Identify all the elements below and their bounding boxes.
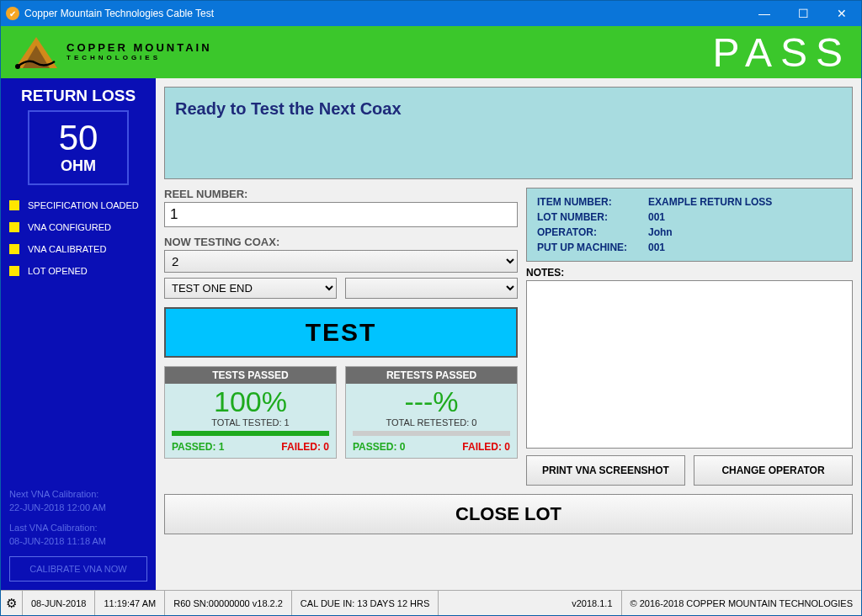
status-indicator-icon	[9, 222, 19, 232]
statusbar: ⚙ 08-JUN-2018 11:19:47 AM R60 SN:0000000…	[1, 590, 861, 615]
notes-input[interactable]	[526, 280, 853, 449]
status-item: LOT OPENED	[9, 266, 147, 276]
sidebar: RETURN LOSS 50 OHM SPECIFICATION LOADED …	[1, 78, 156, 590]
gear-icon: ⚙	[6, 596, 17, 611]
window-title: Copper Mountain Technologies Cable Test	[24, 8, 745, 19]
brand-logo: COPPER MOUNTAIN TECHNOLOGIES	[11, 33, 212, 72]
status-indicator-icon	[9, 200, 19, 210]
print-screenshot-button[interactable]: PRINT VNA SCREENSHOT	[526, 455, 685, 486]
brand-line1: COPPER MOUNTAIN	[67, 42, 212, 54]
banner-message: Ready to Test the Next Coax	[175, 99, 842, 119]
lot-number-label: LOT NUMBER:	[537, 210, 646, 224]
secondary-select[interactable]	[345, 278, 518, 299]
status-version: v2018.1.1	[563, 591, 621, 615]
minimize-button[interactable]: —	[745, 1, 784, 26]
status-indicator-icon	[9, 244, 19, 254]
retests-failed: FAILED: 0	[462, 441, 510, 453]
status-item: SPECIFICATION LOADED	[9, 200, 147, 210]
end-select[interactable]: TEST ONE END	[164, 278, 337, 299]
coax-select[interactable]: 2	[164, 250, 518, 273]
testing-label: NOW TESTING COAX:	[164, 236, 518, 248]
pass-indicator: PASS	[212, 29, 851, 76]
retests-passed: PASSED: 0	[353, 441, 405, 453]
last-cal-value: 08-JUN-2018 11:18 AM	[9, 536, 147, 546]
impedance-value: 50	[29, 120, 127, 156]
reel-label: REEL NUMBER:	[164, 188, 518, 200]
status-cal-due: CAL DUE IN: 13 DAYS 12 HRS	[292, 591, 439, 615]
brand-text: COPPER MOUNTAIN TECHNOLOGIES	[67, 42, 212, 61]
status-label: LOT OPENED	[28, 266, 88, 276]
status-label: VNA CONFIGURED	[28, 222, 111, 232]
tests-percent: 100%	[165, 387, 336, 416]
next-cal-value: 22-JUN-2018 12:00 AM	[9, 502, 147, 512]
notes-label: NOTES:	[526, 267, 853, 279]
mountain-icon	[11, 33, 61, 72]
retests-percent: ---%	[346, 387, 517, 416]
tests-failed: FAILED: 0	[281, 441, 329, 453]
app-icon: ✔	[6, 7, 19, 20]
measurement-mode: RETURN LOSS	[9, 87, 147, 105]
svg-point-2	[15, 64, 20, 69]
status-time: 11:19:47 AM	[95, 591, 165, 615]
close-button[interactable]: ✕	[822, 1, 861, 26]
maximize-button[interactable]: ☐	[784, 1, 822, 26]
tests-passed-box: TESTS PASSED 100% TOTAL TESTED: 1 PASSED…	[164, 366, 337, 459]
status-label: SPECIFICATION LOADED	[28, 200, 139, 210]
last-cal-label: Last VNA Calibration:	[9, 523, 147, 533]
titlebar: ✔ Copper Mountain Technologies Cable Tes…	[1, 1, 861, 26]
impedance-box: 50 OHM	[28, 110, 129, 185]
retests-passed-box: RETESTS PASSED ---% TOTAL RETESTED: 0 PA…	[345, 366, 518, 459]
item-number-label: ITEM NUMBER:	[537, 195, 646, 209]
status-device: R60 SN:00000000 v18.2.2	[165, 591, 292, 615]
operator-value: John	[648, 226, 842, 239]
tests-total: TOTAL TESTED: 1	[165, 417, 336, 427]
status-label: VNA CALIBRATED	[28, 244, 106, 254]
retests-total: TOTAL RETESTED: 0	[346, 417, 517, 427]
retests-header: RETESTS PASSED	[346, 367, 517, 384]
machine-value: 001	[648, 241, 842, 254]
status-banner: Ready to Test the Next Coax	[164, 87, 853, 179]
app-header: COPPER MOUNTAIN TECHNOLOGIES PASS	[1, 26, 861, 78]
reel-input[interactable]	[164, 202, 518, 227]
close-lot-button[interactable]: CLOSE LOT	[164, 494, 853, 534]
lot-number-value: 001	[648, 210, 842, 224]
impedance-unit: OHM	[29, 157, 127, 175]
operator-label: OPERATOR:	[537, 226, 646, 239]
status-indicator-icon	[9, 266, 19, 276]
change-operator-button[interactable]: CHANGE OPERATOR	[694, 455, 853, 486]
tests-bar	[172, 431, 329, 436]
tests-passed: PASSED: 1	[172, 441, 224, 453]
brand-line2: TECHNOLOGIES	[67, 55, 212, 62]
item-number-value: EXAMPLE RETURN LOSS	[648, 195, 842, 209]
test-button[interactable]: TEST	[164, 307, 518, 358]
settings-button[interactable]: ⚙	[1, 591, 23, 615]
status-item: VNA CALIBRATED	[9, 244, 147, 254]
status-item: VNA CONFIGURED	[9, 222, 147, 232]
tests-header: TESTS PASSED	[165, 367, 336, 384]
status-date: 08-JUN-2018	[23, 591, 95, 615]
calibrate-button[interactable]: CALIBRATE VNA NOW	[9, 556, 147, 581]
retests-bar	[353, 431, 510, 436]
status-list: SPECIFICATION LOADED VNA CONFIGURED VNA …	[9, 200, 147, 288]
content-area: Ready to Test the Next Coax REEL NUMBER:…	[156, 78, 861, 590]
next-cal-label: Next VNA Calibration:	[9, 489, 147, 499]
machine-label: PUT UP MACHINE:	[537, 241, 646, 254]
status-copyright: © 2016-2018 COPPER MOUNTAIN TECHNOLOGIES	[622, 591, 861, 615]
lot-info: ITEM NUMBER:EXAMPLE RETURN LOSS LOT NUMB…	[526, 188, 853, 262]
